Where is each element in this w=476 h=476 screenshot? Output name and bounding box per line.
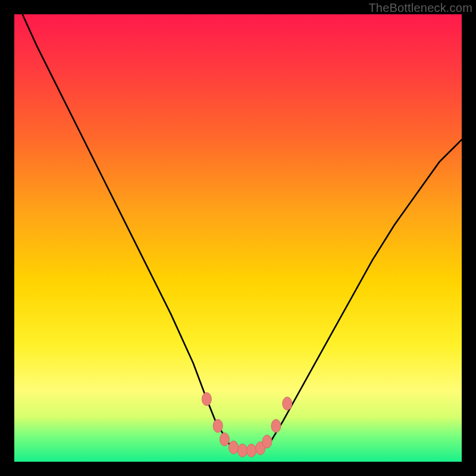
curve-markers — [202, 393, 292, 457]
plot-area — [14, 14, 462, 462]
curve-marker — [283, 397, 292, 410]
bottleneck-curve-svg — [14, 14, 462, 462]
curve-marker — [220, 433, 229, 446]
curve-marker — [271, 419, 281, 433]
chart-frame: TheBottleneck.com — [0, 0, 476, 476]
curve-marker — [228, 441, 238, 454]
curve-marker — [247, 444, 256, 457]
bottleneck-curve — [14, 14, 462, 452]
curve-marker — [202, 393, 211, 406]
curve-marker — [262, 435, 272, 448]
watermark-text: TheBottleneck.com — [368, 1, 472, 15]
curve-marker — [238, 444, 248, 457]
curve-marker — [213, 419, 223, 433]
